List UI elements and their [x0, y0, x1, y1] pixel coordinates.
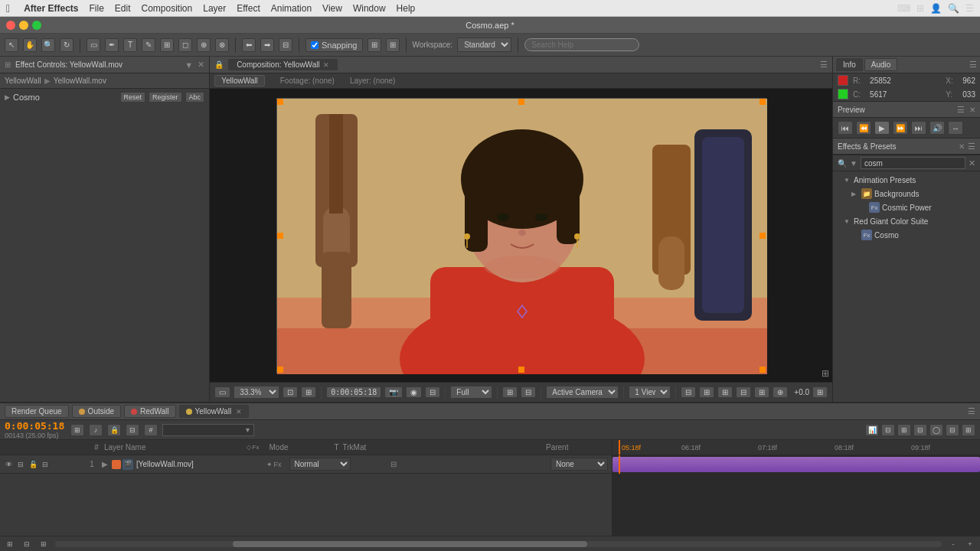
preview-play[interactable]: ▶ — [874, 121, 890, 135]
abc-button[interactable]: Abc — [185, 92, 205, 103]
clone-tool[interactable]: ⊞ — [160, 38, 174, 52]
lr-lock[interactable]: 🔓 — [28, 459, 38, 470]
playhead[interactable] — [619, 440, 620, 455]
tl-3d-layer[interactable]: ⊞ — [897, 424, 911, 436]
panel-close-icon[interactable]: ✕ — [198, 60, 204, 70]
viewport-expand-btn[interactable]: ⊞ — [812, 386, 828, 398]
3d-view-btn[interactable]: ⊞ — [699, 386, 714, 398]
handle-top-left[interactable] — [277, 99, 283, 105]
lr-parent-select[interactable]: None — [550, 458, 608, 471]
camera-select[interactable]: Active Camera — [546, 386, 619, 399]
preview-prev-frame[interactable]: ⏪ — [856, 121, 871, 135]
sb-icon-more[interactable]: ⊞ — [38, 539, 49, 549]
preview-panel-menu[interactable]: ☰ — [957, 105, 965, 115]
lr-solo[interactable]: ⊟ — [15, 459, 26, 470]
yellowwall-tab-close[interactable]: ✕ — [236, 408, 242, 416]
close-button[interactable] — [6, 21, 15, 30]
tl-draft[interactable]: ⊞ — [962, 424, 975, 436]
panel-menu-icon[interactable]: ▼ — [185, 60, 193, 70]
magnet-icon[interactable]: ⊞ — [368, 38, 381, 52]
fit-to-view-icon[interactable]: ⊞ — [822, 368, 829, 379]
align-left[interactable]: ⬅ — [242, 38, 256, 52]
ep-animation-presets[interactable]: ▼ Animation Presets — [833, 173, 980, 187]
menu-edit[interactable]: Edit — [115, 3, 131, 14]
maximize-button[interactable] — [32, 21, 41, 30]
ep-red-giant[interactable]: ▼ Red Giant Color Suite — [833, 214, 980, 228]
menu-layer[interactable]: Layer — [203, 3, 226, 14]
tab-outside[interactable]: Outside — [72, 405, 121, 418]
layer-row-1[interactable]: 👁 ⊟ 🔓 ⊟ 1 ▶ 🎬 [YellowWall.mov] ✦ Fx — [0, 455, 612, 474]
ep-tab-label[interactable]: Effects & Presets — [838, 142, 897, 151]
lh-keys-icon[interactable]: ◇ — [247, 444, 251, 451]
sb-zoom-out[interactable]: - — [948, 539, 959, 549]
snapping-toggle[interactable]: Snapping — [305, 38, 363, 52]
screenshot-btn[interactable]: 📷 — [384, 386, 403, 398]
ep-cosmo[interactable]: Fx Cosmo — [833, 228, 980, 242]
roto-tool[interactable]: ⊕ — [197, 38, 211, 52]
draft-btn[interactable]: ◉ — [406, 386, 422, 398]
snapping-checkbox[interactable] — [311, 41, 318, 49]
text-tool[interactable]: T — [123, 38, 137, 52]
timeline-panel-menu[interactable]: ☰ — [968, 406, 975, 416]
handle-top-right[interactable] — [760, 99, 766, 105]
mask-btn[interactable]: ⊟ — [736, 386, 751, 398]
preview-skip-start[interactable]: ⏮ — [838, 121, 853, 135]
search-help-input[interactable] — [524, 38, 639, 51]
lr-keys-icon[interactable]: ✦ — [266, 461, 273, 468]
preview-tab-label[interactable]: Preview — [838, 106, 865, 114]
lr-label[interactable]: ⊟ — [40, 459, 51, 470]
hand-tool[interactable]: ✋ — [23, 38, 37, 52]
handle-bottom-right[interactable] — [760, 367, 766, 373]
tl-comment[interactable]: ⊟ — [946, 424, 959, 436]
preview-audio[interactable]: 🔊 — [929, 121, 945, 135]
grid-view-btn[interactable]: ⊞ — [717, 386, 733, 398]
info-panel-menu[interactable]: ☰ — [969, 60, 977, 70]
pen-tool[interactable]: ✒ — [105, 38, 119, 52]
tl-audio-btn[interactable]: ♪ — [89, 424, 103, 436]
menu-help[interactable]: Help — [397, 3, 416, 14]
handle-middle-left[interactable] — [277, 233, 283, 239]
menu-view[interactable]: View — [322, 3, 342, 14]
ep-search-input[interactable] — [861, 157, 965, 169]
selection-tool[interactable]: ↖ — [5, 38, 18, 52]
preview-skip-end[interactable]: ⏭ — [911, 121, 926, 135]
comp-panel-menu[interactable]: ☰ — [820, 60, 828, 70]
tab-yellowwall[interactable]: YellowWall ✕ — [179, 405, 250, 418]
sb-zoom-in[interactable]: + — [965, 539, 975, 549]
fit-btn[interactable]: ⊡ — [283, 386, 298, 398]
tl-time-remap[interactable]: ◯ — [929, 424, 943, 436]
menu-animation[interactable]: Animation — [271, 3, 312, 14]
tab-render-queue[interactable]: Render Queue — [5, 405, 69, 418]
lr-mode-select[interactable]: Normal — [289, 458, 351, 471]
ep-close-btn[interactable]: ✕ — [959, 142, 965, 151]
transform-btn[interactable]: ⊞ — [754, 386, 769, 398]
lr-name[interactable]: [YellowWall.mov] — [133, 460, 266, 468]
tab-redwall[interactable]: RedWall — [124, 405, 175, 418]
tl-search-input[interactable] — [162, 424, 254, 436]
checkerboard-btn[interactable]: ⊞ — [502, 386, 518, 398]
ep-panel-menu[interactable]: ☰ — [968, 142, 975, 152]
handle-bottom-left[interactable] — [277, 367, 283, 373]
zoom-select[interactable]: 33.3% — [234, 386, 279, 399]
handle-top-mid[interactable] — [518, 99, 524, 105]
register-button[interactable]: Register — [149, 92, 182, 103]
layer-item-cosmo[interactable]: ▶ Cosmo Reset Register Abc — [0, 89, 209, 106]
timeline-scrollbar[interactable] — [55, 541, 942, 547]
tab-audio[interactable]: Audio — [864, 58, 898, 71]
comp-tab-yellowwall[interactable]: Composition: YellowWall ✕ — [228, 59, 338, 70]
tl-graph-editor[interactable]: 📊 — [865, 424, 879, 436]
toggle-btn[interactable]: ⊟ — [521, 386, 536, 398]
brush-tool[interactable]: ✎ — [142, 38, 155, 52]
layer-expand-arrow[interactable]: ▶ — [5, 93, 10, 101]
preview-next-frame[interactable]: ⏩ — [893, 121, 908, 135]
tl-lock-btn[interactable]: 🔒 — [107, 424, 121, 436]
tl-frame-blending[interactable]: ⊟ — [913, 424, 927, 436]
view-select[interactable]: 1 View — [629, 386, 671, 399]
preview-loop[interactable]: ↔ — [948, 121, 963, 135]
breadcrumb-yellowwall[interactable]: YellowWall — [214, 75, 265, 86]
reset-button[interactable]: Reset — [120, 92, 146, 103]
lr-eye[interactable]: 👁 — [3, 459, 14, 470]
resolution-btn[interactable]: ⊟ — [425, 386, 440, 398]
lh-fx-icon[interactable]: Fx — [253, 444, 260, 451]
always-preview-btn[interactable]: ▭ — [214, 386, 230, 398]
